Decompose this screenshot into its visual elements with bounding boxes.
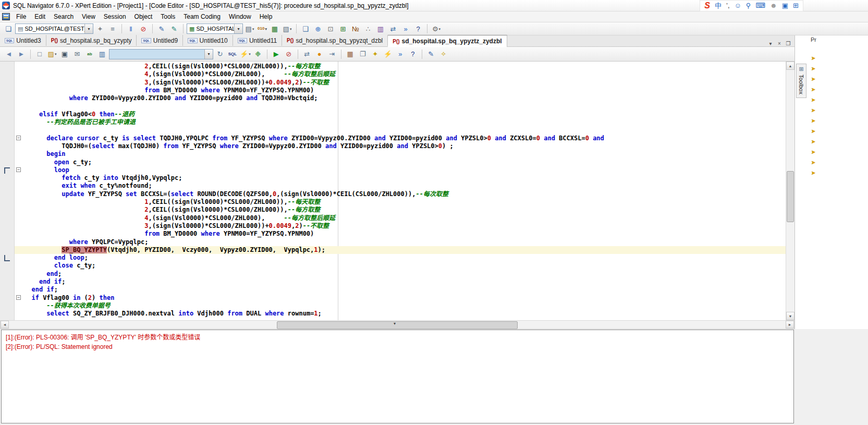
menu-item-edit[interactable]: Edit [30, 12, 50, 21]
code-nav-icon[interactable]: ➤ [810, 75, 817, 82]
tab-Untitled10[interactable]: SQLUntitled10 [183, 35, 233, 46]
more-actions-icon[interactable]: » [395, 48, 406, 60]
spool-log-icon[interactable]: ✎ [156, 23, 167, 34]
forward-icon[interactable]: ► [16, 48, 27, 60]
code-nav-icon[interactable]: ➤ [810, 148, 817, 155]
refresh-connection-icon[interactable]: ≡ [107, 23, 118, 34]
dropdown-arrow-icon[interactable]: ▾ [84, 24, 93, 33]
run-icon[interactable]: ▶ [271, 48, 282, 60]
execute-sql-icon[interactable]: SQL [227, 48, 238, 60]
settings-icon[interactable]: ⚙▾ [431, 23, 442, 34]
more-tools-icon[interactable]: » [400, 23, 411, 34]
dropdown-arrow-icon[interactable]: ▾ [265, 27, 267, 31]
pause-icon[interactable]: ‖ [125, 23, 137, 34]
error-message-2[interactable]: [2]:(Error): PL/SQL: Statement ignored [6, 342, 789, 351]
fold-collapse-icon[interactable]: − [16, 295, 21, 300]
tab-sd_hospital.sp_bq_ypyztz_zydzbl[interactable]: P()sd_hospital.sp_bq_ypyztz_zydzbl [388, 35, 507, 47]
menu-item-view[interactable]: View [78, 12, 100, 21]
open-file-icon[interactable]: ▨▾ [46, 48, 58, 60]
toggle-output-icon[interactable]: ⇄ [301, 48, 313, 60]
send-mail-icon[interactable]: ✉ [71, 48, 83, 60]
tab-sd_hospital.sp_bq_ypyzqt_dzbl[interactable]: P()sd_hospital.sp_bq_ypyzqt_dzbl [282, 35, 388, 46]
data-grid-icon[interactable]: ▦ [269, 23, 280, 34]
account-icon[interactable]: ☻ [770, 2, 777, 9]
apps-grid-icon[interactable]: ⊞ [793, 2, 799, 9]
code-nav-icon[interactable]: ➤ [810, 86, 817, 93]
toolbox-tray-icon[interactable]: ▣ [782, 2, 788, 9]
abort-icon[interactable]: ⊘ [138, 23, 149, 34]
code-nav-icon[interactable]: ➤ [810, 159, 817, 166]
trace-icon[interactable]: ∴ [362, 23, 374, 34]
dock-panel-label[interactable]: Pr [811, 37, 816, 43]
edit-data-icon[interactable]: ⊞ [337, 23, 349, 34]
save-icon[interactable]: ▣ [59, 48, 70, 60]
float-editor-icon[interactable]: ❐ [785, 41, 792, 46]
count-rows-icon[interactable]: № [350, 23, 361, 34]
horizontal-scrollbar[interactable]: ◄ ▾ ► [0, 320, 794, 329]
new-session-window-icon[interactable]: ❏ [3, 23, 14, 34]
windows-list-icon[interactable]: ❑ [300, 23, 311, 34]
help-book-icon[interactable]: ? [407, 48, 419, 60]
menu-item-search[interactable]: Search [50, 12, 78, 21]
dropdown-arrow-icon[interactable]: ▾ [439, 27, 441, 31]
scroll-right-icon[interactable]: ► [786, 321, 794, 329]
horizontal-scroll-thumb[interactable] [277, 321, 518, 329]
menu-item-help[interactable]: Help [255, 12, 277, 21]
attach-session-icon[interactable]: ✦ [94, 23, 106, 34]
fold-collapse-icon[interactable]: − [16, 136, 21, 140]
convert-icon[interactable]: ⚡ [382, 48, 394, 60]
code-nav-icon[interactable]: ➤ [810, 65, 817, 72]
annotate-icon[interactable]: ✎ [425, 48, 437, 60]
loop-end-marker[interactable] [4, 255, 10, 261]
menu-item-tools[interactable]: Tools [156, 12, 179, 21]
error-message-1[interactable]: [1]:(Error): PLS-00306: 调用 'SP_BQ_YZYPTY… [6, 333, 789, 342]
scroll-up-icon[interactable]: ▲ [786, 62, 794, 70]
compile-icon[interactable]: ✦ [370, 48, 381, 60]
menu-item-file[interactable]: File [12, 12, 30, 21]
highlight-occurrences-icon[interactable]: ab [84, 48, 95, 60]
code-nav-icon[interactable]: ➤ [810, 117, 817, 124]
dropdown-arrow-icon[interactable]: ▾ [234, 24, 242, 33]
stop-icon[interactable]: ⊘ [283, 48, 295, 60]
close-editor-icon[interactable]: × [776, 41, 783, 46]
connection-select[interactable]: ▤SD_HOSPITAL@TEST_his5▾ [15, 23, 93, 34]
debug-toggle-icon[interactable]: ▦ [345, 48, 356, 60]
web-publish-icon[interactable]: ⊕ [312, 23, 324, 34]
menu-item-object[interactable]: Object [130, 12, 157, 21]
code-nav-icon[interactable]: ➤ [810, 127, 817, 135]
new-file-icon[interactable]: □ [34, 48, 45, 60]
explain-plan-icon[interactable]: ⚡▾ [239, 48, 251, 60]
toolbox-dock-tab[interactable]: ⊞ Toolbox [796, 64, 806, 98]
calculator-icon[interactable]: 010▾ [256, 23, 268, 34]
chinese-mode-icon[interactable]: 中 [715, 2, 722, 9]
code-nav-icon[interactable]: ➤ [810, 138, 817, 145]
back-icon[interactable]: ◄ [3, 48, 15, 60]
dropdown-arrow-icon[interactable]: ▾ [249, 52, 251, 56]
profiler-icon[interactable]: ● [314, 48, 325, 60]
help-icon[interactable]: ? [412, 23, 424, 34]
menu-item-session[interactable]: Session [100, 12, 130, 21]
wizard-icon[interactable]: ✧ [438, 48, 449, 60]
output-options-icon[interactable]: ▧▾ [282, 23, 293, 34]
code-search-combo[interactable]: ▾ [109, 49, 213, 59]
analyze-icon[interactable]: ▥ [375, 23, 386, 34]
code-tester-icon[interactable]: ❉ [252, 48, 264, 60]
tab-Untitled11[interactable]: SQLUntitled11 [233, 35, 283, 46]
columns-icon[interactable]: ▥ [96, 48, 108, 60]
soft-keyboard-icon[interactable]: ⌨ [755, 2, 765, 9]
open-in-editor-icon[interactable]: ⊡ [325, 23, 336, 34]
fold-collapse-icon[interactable]: − [16, 167, 21, 172]
code-nav-icon[interactable]: ➤ [810, 169, 817, 176]
dropdown-arrow-icon[interactable]: ▾ [290, 27, 292, 31]
code-area[interactable]: 2,CEIL((sign(Vsl0000)*CSL000/ZHL000)),--… [15, 62, 786, 320]
dropdown-arrow-icon[interactable]: ▾ [252, 27, 254, 31]
tab-list-icon[interactable]: ▾ [767, 41, 774, 46]
scroll-left-icon[interactable]: ◄ [1, 321, 9, 329]
splitter-grip-icon[interactable]: ▾ [394, 321, 396, 326]
tab-sd_hospital.sp_bq_yzypty[interactable]: P()sd_hospital.sp_bq_yzypty [46, 35, 137, 46]
vertical-scroll-thumb[interactable] [787, 171, 794, 222]
tab-Untitled3[interactable]: SQLUntitled3 [0, 35, 46, 46]
dropdown-arrow-icon[interactable]: ▾ [204, 50, 213, 59]
punctuation-icon[interactable]: ’, [726, 2, 730, 9]
code-nav-icon[interactable]: ➤ [810, 96, 817, 103]
